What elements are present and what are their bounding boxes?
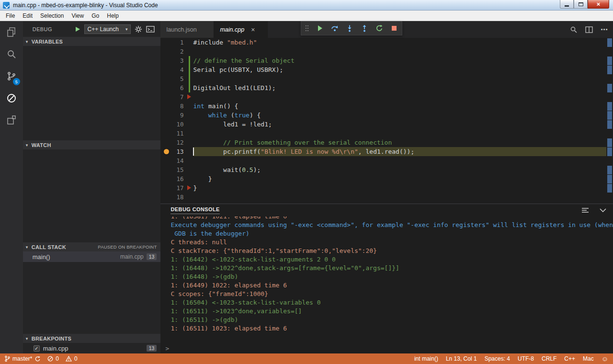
maximize-button[interactable]	[574, 0, 588, 9]
current-symbol[interactable]: int main()	[414, 355, 438, 362]
code-editor[interactable]: 1#include "mbed.h"23// define the Serial…	[160, 38, 613, 204]
code-text: Serial pc(USBTX, USBRX);	[193, 65, 283, 74]
console-line: Execute debugger commands using "-exec <…	[170, 221, 613, 229]
code-line[interactable]: 11	[160, 129, 606, 138]
console-line: 1: (16449) 1022: elapsed time 6	[170, 281, 613, 290]
console-line: 1: (16511) 1023: elapsed time 6	[170, 324, 613, 333]
line-number: 15	[160, 165, 183, 174]
line-number: 4	[160, 65, 183, 74]
code-line[interactable]: 1#include "mbed.h"	[160, 38, 606, 47]
menu-selection[interactable]: Selection	[36, 11, 68, 21]
code-line[interactable]: 2	[160, 47, 606, 56]
breakpoint-checkbox[interactable]: ✓	[34, 345, 40, 352]
code-line[interactable]: 18	[160, 193, 606, 202]
code-line[interactable]: 15 wait(0.5);	[160, 165, 606, 174]
tab-main-cpp[interactable]: main.cpp ×	[214, 21, 268, 38]
code-text: #include "mbed.h"	[193, 38, 257, 47]
debug-toolbar	[301, 21, 402, 35]
continue-button[interactable]	[316, 24, 324, 32]
configure-gear-button[interactable]	[135, 25, 142, 33]
editor-region: launch.json main.cpp ×	[160, 21, 613, 353]
more-actions-icon[interactable]: ⋯	[601, 25, 608, 34]
callstack-section-header[interactable]: ▾ CALL STACK PAUSED ON BREAKPOINT	[23, 242, 161, 251]
menu-edit[interactable]: Edit	[19, 11, 36, 21]
tab-label: launch.json	[166, 26, 196, 33]
open-debug-console-button[interactable]	[146, 26, 155, 33]
code-line[interactable]: 12 // Print something over the serial co…	[160, 138, 606, 147]
code-token: ) {	[250, 112, 261, 119]
eol-setting[interactable]: CRLF	[542, 355, 556, 362]
launch-configuration-dropdown[interactable]: C++ Launch ▾	[84, 24, 131, 34]
overview-ruler-mark	[607, 184, 612, 193]
start-debug-button[interactable]	[75, 26, 80, 32]
step-over-button[interactable]	[331, 24, 339, 32]
watch-section-header[interactable]: ▾ WATCH	[23, 140, 161, 149]
code-line[interactable]: 17}	[160, 183, 606, 193]
console-output[interactable]: 1: (16381) 1021: elapsed time 0Execute d…	[160, 216, 613, 343]
step-into-button[interactable]	[346, 24, 353, 32]
breakpoint-row[interactable]: ✓ main.cpp 13	[23, 343, 161, 353]
stack-frame-row[interactable]: main() main.cpp 13	[23, 251, 161, 262]
activitybar-search[interactable]	[0, 43, 23, 65]
collapse-panel-button[interactable]	[600, 208, 606, 212]
file-encoding[interactable]: UTF-8	[518, 355, 534, 362]
chevron-down-icon: ▾	[125, 27, 128, 32]
callstack-status-badge: PAUSED ON BREAKPOINT	[98, 244, 157, 250]
tab-launch-json[interactable]: launch.json	[160, 21, 214, 38]
activitybar-source-control[interactable]: 5	[0, 65, 23, 87]
variables-section-header[interactable]: ▾ VARIABLES	[23, 37, 161, 46]
keymap-indicator[interactable]: Mac	[583, 355, 594, 362]
toolbar-grip-icon[interactable]	[305, 24, 309, 32]
panel-title-debug-console[interactable]: DEBUG CONSOLE	[170, 206, 219, 214]
error-count[interactable]: 0	[47, 355, 59, 362]
code-line[interactable]: 6DigitalOut led1(LED1);	[160, 83, 606, 92]
code-line[interactable]: 3// define the Serial object	[160, 56, 606, 65]
overview-ruler-mark	[607, 38, 612, 47]
close-window-button[interactable]: ×	[588, 0, 609, 9]
step-out-button[interactable]	[361, 24, 368, 32]
language-mode[interactable]: C++	[564, 355, 575, 362]
activitybar-extensions[interactable]	[0, 109, 23, 131]
overview-ruler-mark	[607, 66, 612, 74]
console-input-row[interactable]: >	[160, 343, 613, 353]
cursor-position[interactable]: Ln 13, Col 1	[446, 355, 477, 362]
code-line[interactable]: 8int main() {	[160, 102, 606, 111]
code-token: 0.5	[242, 166, 253, 173]
editor-title-actions: ⋯	[570, 21, 608, 38]
code-line[interactable]: 13 pc.printf("Blink! LED is now %d\r\n",…	[160, 147, 606, 156]
activitybar-explorer[interactable]	[0, 21, 23, 43]
overview-ruler[interactable]	[607, 38, 612, 204]
code-line[interactable]: 16 }	[160, 174, 606, 183]
breakpoint-file: main.cpp	[43, 345, 68, 352]
menu-help[interactable]: Help	[103, 11, 123, 21]
code-token: // define the Serial object	[193, 57, 294, 64]
menu-view[interactable]: View	[68, 11, 88, 21]
menu-file[interactable]: File	[2, 11, 19, 21]
code-line[interactable]: 7	[160, 92, 606, 102]
code-line[interactable]: 5	[160, 74, 606, 83]
debug-sidebar: DEBUG C++ Launch ▾	[23, 21, 161, 353]
breakpoints-section-header[interactable]: ▾ BREAKPOINTS	[23, 334, 161, 343]
minimize-button[interactable]	[560, 0, 574, 9]
menu-bar: File Edit Selection View Go Help	[0, 11, 613, 21]
code-line[interactable]: 14	[160, 156, 606, 165]
code-line[interactable]: 4Serial pc(USBTX, USBRX);	[160, 65, 606, 74]
code-line[interactable]: 9 while (true) {	[160, 111, 606, 120]
activitybar-debug[interactable]	[0, 87, 23, 109]
overview-ruler-mark	[607, 166, 612, 174]
split-editor-button[interactable]	[585, 26, 593, 33]
restart-button[interactable]	[375, 24, 383, 32]
clear-console-button[interactable]	[581, 207, 589, 213]
menu-go[interactable]: Go	[88, 11, 103, 21]
console-line: 1: (16511) ->(gdb)	[170, 316, 613, 324]
git-branch-status[interactable]: master*	[5, 355, 41, 362]
code-line[interactable]: 10 led1 = !led1;	[160, 120, 606, 129]
feedback-smiley-icon[interactable]: ☺	[602, 355, 608, 363]
stop-button[interactable]	[390, 24, 398, 32]
warning-count[interactable]: 0	[66, 355, 78, 362]
code-token: );	[253, 166, 261, 173]
console-line: GDB is the debugger)	[170, 229, 613, 238]
close-tab-icon[interactable]: ×	[251, 26, 255, 34]
search-editor-action[interactable]	[570, 26, 578, 34]
indentation-setting[interactable]: Spaces: 4	[485, 355, 510, 362]
